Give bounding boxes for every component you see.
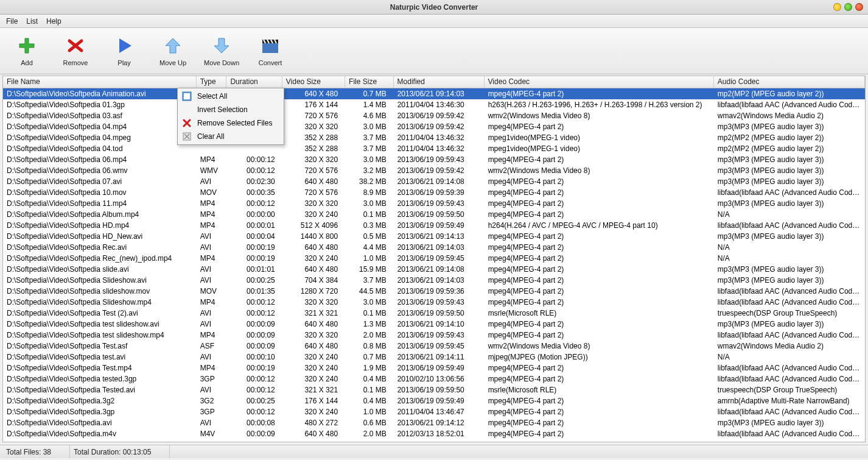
table-row[interactable]: D:\Softpedia\Video\Softpedia Tested.aviA… xyxy=(3,384,865,395)
cell: D:\Softpedia\Video\Softpedia Test (2).av… xyxy=(3,308,197,319)
table-row[interactable]: D:\Softpedia\Video\Softpedia Slideshow.m… xyxy=(3,297,865,308)
col-videosize[interactable]: Video Size xyxy=(282,76,345,88)
table-row[interactable]: D:\Softpedia\Video\Softpedia tested.3gp3… xyxy=(3,373,865,384)
remove-button[interactable]: Remove xyxy=(60,36,91,66)
table-row[interactable]: D:\Softpedia\Video\Softpedia Rec.aviAVI0… xyxy=(3,242,865,253)
table-row[interactable]: D:\Softpedia\Video\Softpedia 06.mp4MP400… xyxy=(3,154,865,165)
cell: 2013/06/19 09:59:43 xyxy=(394,198,485,209)
table-row[interactable]: D:\Softpedia\Video\Softpedia 04.mp4320 X… xyxy=(3,121,865,132)
cell: truespeech(DSP Group TrueSpeech) xyxy=(714,308,865,319)
cm-remove-selected[interactable]: Remove Selected Files xyxy=(179,116,282,130)
clear-icon xyxy=(181,131,192,142)
cell: AVI xyxy=(197,176,227,187)
table-row[interactable]: D:\Softpedia\Video\Softpedia HD_New.aviA… xyxy=(3,231,865,242)
cm-clear-all[interactable]: Clear All xyxy=(179,130,282,143)
table-row[interactable]: D:\Softpedia\Video\Softpedia Album.mp4MP… xyxy=(3,209,865,220)
cell: MP4 xyxy=(197,209,227,220)
cell: D:\Softpedia\Video\Softpedia.mov xyxy=(3,439,197,442)
cell: 2013/06/21 09:14:08 xyxy=(394,264,485,275)
cell: 352 X 288 xyxy=(282,143,345,154)
cell: 0.8 MB xyxy=(345,341,394,352)
cell: mp3(MP3 (MPEG audio layer 3)) xyxy=(714,231,865,242)
plus-icon xyxy=(17,36,37,55)
table-row[interactable]: D:\Softpedia\Video\Softpedia Test.asfASF… xyxy=(3,341,865,352)
cell: N/A xyxy=(714,242,865,253)
cell: D:\Softpedia\Video\Softpedia test slides… xyxy=(3,330,197,341)
context-menu: Select All Invert Selection Remove Selec… xyxy=(177,88,284,145)
cm-select-all-label: Select All xyxy=(197,92,227,101)
table-row[interactable]: D:\Softpedia\Video\Softpedia 07.aviAVI00… xyxy=(3,176,865,187)
menu-help[interactable]: Help xyxy=(46,17,61,26)
minimize-button[interactable] xyxy=(833,3,841,11)
moveup-button[interactable]: Move Up xyxy=(157,36,189,66)
table-row[interactable]: D:\Softpedia\Video\Softpedia 11.mp4MP400… xyxy=(3,198,865,209)
cell: D:\Softpedia\Video\Softpedia.m4v xyxy=(3,428,197,439)
table-row[interactable]: D:\Softpedia\Video\Softpedia 10.movMOV00… xyxy=(3,187,865,198)
col-videocodec[interactable]: Video Codec xyxy=(485,76,714,88)
cell: wmv2(Windows Media Video 8) xyxy=(485,165,714,176)
cell: AVI xyxy=(197,384,227,395)
table-row[interactable]: D:\Softpedia\Video\Softpedia slide.aviAV… xyxy=(3,264,865,275)
table-row[interactable]: D:\Softpedia\Video\Softpedia 01.3gp176 X… xyxy=(3,99,865,110)
convert-label: Convert xyxy=(259,59,282,66)
menu-list[interactable]: List xyxy=(26,17,38,26)
table-row[interactable]: D:\Softpedia\Video\Softpedia slideshow.m… xyxy=(3,286,865,297)
select-all-icon xyxy=(181,91,192,102)
menubar: File List Help xyxy=(0,15,868,28)
moveup-label: Move Up xyxy=(159,59,186,66)
cell: 320 X 240 xyxy=(282,253,345,264)
cell: 00:00:09 xyxy=(226,341,282,352)
cell: D:\Softpedia\Video\Softpedia slideshow.m… xyxy=(3,286,197,297)
svg-rect-0 xyxy=(262,43,278,53)
col-filesize[interactable]: File Size xyxy=(345,76,394,88)
convert-button[interactable]: Convert xyxy=(254,36,286,66)
table-row[interactable]: D:\Softpedia\Video\Softpedia HD.mp4MP400… xyxy=(3,220,865,231)
table-row[interactable]: D:\Softpedia\Video\Softpedia test slides… xyxy=(3,319,865,330)
cell: D:\Softpedia\Video\Softpedia Test.asf xyxy=(3,341,197,352)
table-row[interactable]: D:\Softpedia\Video\Softpedia Animation.a… xyxy=(3,88,865,99)
menu-file[interactable]: File xyxy=(6,17,18,26)
cell: 640 X 480 xyxy=(282,242,345,253)
table-row[interactable]: D:\Softpedia\Video\Softpedia Test.mp4MP4… xyxy=(3,363,865,373)
table-row[interactable]: D:\Softpedia\Video\Softpedia test slides… xyxy=(3,330,865,341)
table-body[interactable]: D:\Softpedia\Video\Softpedia Animation.a… xyxy=(3,88,865,442)
movedown-button[interactable]: Move Down xyxy=(206,36,237,66)
cell: AVI xyxy=(197,319,227,330)
table-row[interactable]: D:\Softpedia\Video\Softpedia Rec_(new)_i… xyxy=(3,253,865,264)
table-row[interactable]: D:\Softpedia\Video\Softpedia 04.mpeg352 … xyxy=(3,132,865,143)
cell: 176 X 144 xyxy=(282,99,345,110)
cell: mp3(MP3 (MPEG audio layer 3)) xyxy=(714,176,865,187)
cell: mp2(MP2 (MPEG audio layer 2)) xyxy=(714,88,865,99)
table-row[interactable]: D:\Softpedia\Video\Softpedia 03.asf720 X… xyxy=(3,110,865,121)
cm-select-all[interactable]: Select All xyxy=(179,90,282,103)
play-button[interactable]: Play xyxy=(108,36,140,66)
cell: wmav2(Windows Media Audio 2) xyxy=(714,341,865,352)
table-row[interactable]: D:\Softpedia\Video\Softpedia Slideshow.a… xyxy=(3,275,865,286)
table-row[interactable]: D:\Softpedia\Video\Softpedia.3g23G200:00… xyxy=(3,395,865,406)
cell: 1440 X 800 xyxy=(282,231,345,242)
table-row[interactable]: D:\Softpedia\Video\Softpedia Test (2).av… xyxy=(3,308,865,319)
col-duration[interactable]: Duration xyxy=(226,76,282,88)
table-row[interactable]: D:\Softpedia\Video\Softpedia.3gp3GP00:00… xyxy=(3,406,865,417)
arrow-down-icon xyxy=(212,36,231,55)
table-row[interactable]: D:\Softpedia\Video\Softpedia 04.tod352 X… xyxy=(3,143,865,154)
col-audiocodec[interactable]: Audio Codec xyxy=(714,76,865,88)
maximize-button[interactable] xyxy=(844,3,852,11)
cell: N/A xyxy=(714,253,865,264)
close-button[interactable] xyxy=(855,3,863,11)
table-row[interactable]: D:\Softpedia\Video\Softpedia.m4vM4V00:00… xyxy=(3,428,865,439)
table-row[interactable]: D:\Softpedia\Video\Softpedia 06.wmvWMV00… xyxy=(3,165,865,176)
table-row[interactable]: D:\Softpedia\Video\Softpedia.movMOV00:00… xyxy=(3,439,865,442)
cm-invert-selection[interactable]: Invert Selection xyxy=(179,103,282,116)
col-type[interactable]: Type xyxy=(197,76,227,88)
cell: 320 X 240 xyxy=(282,209,345,220)
table-row[interactable]: D:\Softpedia\Video\Softpedia.aviAVI00:00… xyxy=(3,417,865,428)
cell: 00:00:12 xyxy=(226,373,282,384)
cell: 2011/04/04 13:46:30 xyxy=(394,99,485,110)
col-modified[interactable]: Modified xyxy=(394,76,485,88)
cell: mpeg4(MPEG-4 part 2) xyxy=(485,242,714,253)
add-button[interactable]: Add xyxy=(11,36,43,66)
table-row[interactable]: D:\Softpedia\Video\Softpedia test.aviAVI… xyxy=(3,352,865,363)
col-filename[interactable]: File Name xyxy=(3,76,197,88)
cell: D:\Softpedia\Video\Softpedia HD_New.avi xyxy=(3,231,197,242)
